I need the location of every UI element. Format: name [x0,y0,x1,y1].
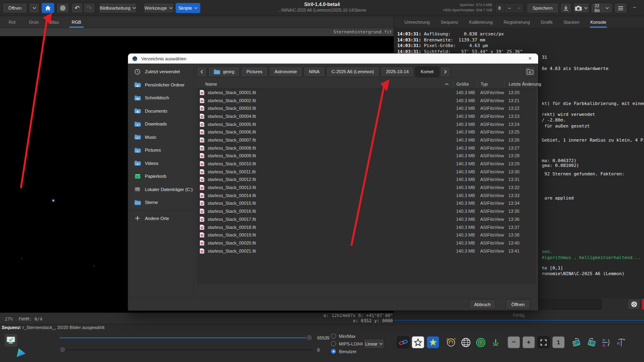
rotate-left-button[interactable] [570,336,583,348]
tab-konsole[interactable]: Konsole [590,16,607,28]
file-row[interactable]: starless_Stack_00016.fit140.3 MBASIFitsV… [196,207,536,215]
cancel-button[interactable]: Abbruch [469,299,496,309]
high-level-slider[interactable] [60,335,313,341]
new-folder-button[interactable] [524,66,536,77]
bit-depth-selector[interactable]: 32 Bit [591,3,613,13]
file-row[interactable]: starless_Stack_00017.fit140.3 MBASIFitsV… [196,215,536,223]
target-button[interactable] [475,336,487,348]
sidebar-item-sterne[interactable]: Sterne [128,196,194,209]
file-row[interactable]: starless_Stack_00020.fit140.3 MBASIFitsV… [196,239,536,247]
sidebar-item-persönlicher-ordner[interactable]: Persönlicher Ordner [128,78,194,92]
link-button[interactable] [397,336,409,348]
tab-stacken[interactable]: Stacken [564,16,580,28]
breadcrumb-forward-button[interactable] [440,66,451,77]
zoom-one-button[interactable]: 1 [552,336,565,348]
file-row[interactable]: starless_Stack_00003.fit140.3 MBASIFitsV… [196,104,536,112]
record-button[interactable] [56,3,69,13]
file-row[interactable]: starless_Stack_00001.fit140.3 MBASIFitsV… [196,88,536,97]
sidebar-item-music[interactable]: Music [128,131,194,144]
file-row[interactable]: starless_Stack_00019.fit140.3 MBASIFitsV… [196,231,536,239]
galaxy-button[interactable] [445,336,457,348]
channel-tab-rgb[interactable]: RGB [68,16,85,28]
column-header-modified[interactable]: Letzte Änderung [504,80,536,88]
file-row[interactable]: starless_Stack_00018.fit140.3 MBASIFitsV… [196,223,536,231]
display-mode-button[interactable] [4,333,18,347]
column-header-type[interactable]: Typ [477,80,504,88]
breadcrumb-nina[interactable]: NINA [303,66,325,77]
snapshot-button[interactable] [573,3,589,13]
breadcrumb-back-button[interactable] [196,66,207,77]
tab-registrierung[interactable]: Registrierung [504,16,530,28]
file-row[interactable]: starless_Stack_00006.fit140.3 MBASIFitsV… [196,128,536,136]
column-header-size[interactable]: Größe [453,80,477,88]
file-row[interactable]: starless_Stack_00015.fit140.3 MBASIFitsV… [196,200,536,208]
tab-umrechnung[interactable]: Umrechnung [405,16,430,28]
star-color-button[interactable] [427,336,439,348]
file-row[interactable]: starless_Stack_00011.fit140.3 MBASIFitsV… [196,168,536,176]
sidebar-item-videos[interactable]: Videos [128,157,194,170]
flip-horizontal-button[interactable]: R [615,336,627,348]
home-button[interactable] [41,3,54,13]
stop-button[interactable] [642,299,644,310]
star-outline-button[interactable] [412,336,424,348]
file-row[interactable]: starless_Stack_00002.fit140.3 MBASIFitsV… [196,97,536,105]
sidebar-item-pictures[interactable]: Pictures [128,144,194,157]
close-icon[interactable]: × [526,54,534,62]
sidebar-item-andere-orte[interactable]: Andere Orte [128,212,194,225]
color-gamut-button[interactable] [15,348,27,359]
radio-min-max[interactable]: Min/Max [331,332,363,340]
sidebar-item-zuletzt-verwendet[interactable]: Zuletzt verwendet [128,65,194,78]
tools-menu[interactable]: Werkzeuge [143,3,174,13]
hamburger-menu-button[interactable] [614,3,627,13]
thread-count-value[interactable]: 8 [495,6,504,10]
save-as-button[interactable] [560,3,572,13]
file-row[interactable]: starless_Stack_00008.fit140.3 MBASIFitsV… [196,144,536,152]
command-helper-button[interactable] [627,299,640,310]
save-button[interactable]: Speichern [526,3,559,13]
file-row[interactable]: starless_Stack_00021.fit140.3 MBASIFitsV… [196,247,536,255]
file-row[interactable]: starless_Stack_00009.fit140.3 MBASIFitsV… [196,152,536,160]
scale-mode-selector[interactable]: Linear [363,339,384,349]
breadcrumb-2025-10-14[interactable]: 2025-10-14 [380,66,414,77]
breadcrumb-georg[interactable]: georg [208,66,240,77]
tab-grafik[interactable]: Grafik [541,16,553,28]
redo-button[interactable]: ↷ [83,3,95,13]
tab-sequenz[interactable]: Sequenz [441,16,458,28]
dialog-open-button[interactable]: Öffnen [506,299,530,309]
zoom-out-button[interactable]: − [508,336,520,348]
breadcrumb-astronomie[interactable]: Astronomie [269,66,303,77]
zoom-fit-button[interactable] [537,336,550,348]
file-row[interactable]: starless_Stack_00007.fit140.3 MBASIFitsV… [196,136,536,144]
tab-kalibrierung[interactable]: Kalibrierung [469,16,493,28]
low-level-handle[interactable] [60,347,66,353]
zoom-in-button[interactable]: + [522,336,535,348]
scripts-menu[interactable]: Skripte [175,3,200,13]
thread-decrease-button[interactable]: − [504,3,514,13]
channel-tab-blau[interactable]: Blau [46,16,63,28]
sidebar-item-documents[interactable]: Documents [128,105,194,118]
open-dropdown-button[interactable] [29,3,39,13]
breadcrumb-pictures[interactable]: Pictures [241,66,268,77]
sidebar-item-lokaler-datenträger-c-[interactable]: Lokaler Datenträger (C:) [128,183,194,196]
file-row[interactable]: starless_Stack_00010.fit140.3 MBASIFitsV… [196,160,536,168]
globe-button[interactable] [460,336,472,348]
minimize-button[interactable]: − [633,4,636,10]
file-row[interactable]: starless_Stack_00012.fit140.3 MBASIFitsV… [196,176,536,184]
flip-vertical-button[interactable]: RB [600,336,613,348]
breadcrumb-komet[interactable]: Komet [415,66,439,77]
thread-increase-button[interactable]: + [514,3,524,13]
undo-button[interactable]: ↶ [71,3,83,13]
high-level-handle[interactable] [306,335,312,341]
open-button[interactable]: Öffnen [2,3,27,13]
sidebar-item-schreibtisch[interactable]: Schreibtisch [128,91,194,105]
radio-benutzer[interactable]: Benutzer [331,348,363,355]
image-processing-menu[interactable]: Bildbearbeitung [99,3,137,13]
file-row[interactable]: starless_Stack_00004.fit140.3 MBASIFitsV… [196,112,536,120]
sidebar-item-downloads[interactable]: Downloads [128,117,194,131]
file-row[interactable]: starless_Stack_00014.fit140.3 MBASIFitsV… [196,191,536,200]
low-level-slider[interactable] [60,347,313,353]
channel-tab-grün[interactable]: Grün [25,16,43,28]
channel-tab-rot[interactable]: Rot [4,16,20,28]
radio-mips-lo-hi[interactable]: MIPS-LO/HI [331,340,363,348]
file-row[interactable]: starless_Stack_00005.fit140.3 MBASIFitsV… [196,120,536,128]
